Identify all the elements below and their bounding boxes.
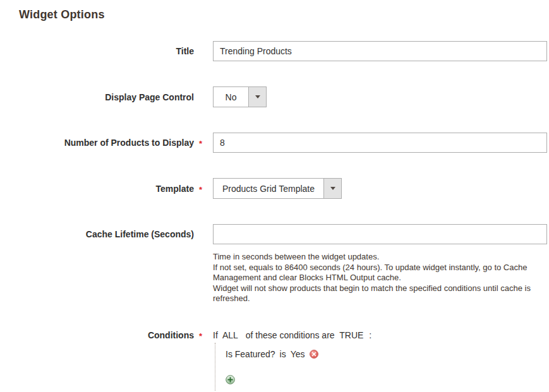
add-condition-button[interactable] — [226, 375, 235, 384]
field-row-template: Template * Products Grid Template — [19, 178, 528, 199]
conditions-label: Conditions * — [19, 330, 194, 341]
title-label: Title — [19, 45, 194, 57]
conditions-middle-text: of these conditions are — [246, 330, 335, 340]
title-input[interactable] — [213, 41, 547, 61]
chevron-down-icon — [330, 187, 335, 190]
conditions-aggregator-toggle[interactable]: ALL — [222, 330, 238, 340]
note-line: Widget will not show products that begin… — [213, 283, 540, 304]
widget-options-panel: Widget Options Title Display Page Contro… — [0, 0, 549, 391]
condition-rule-row: Is Featured? is Yes — [226, 348, 528, 360]
add-condition-icon — [226, 375, 235, 384]
template-select[interactable]: Products Grid Template — [213, 178, 342, 199]
template-selected-value: Products Grid Template — [214, 179, 323, 198]
chevron-down-icon — [255, 95, 260, 98]
remove-condition-button[interactable] — [310, 350, 318, 359]
products-count-input[interactable] — [213, 133, 547, 153]
field-row-display-page-control: Display Page Control No — [19, 86, 528, 107]
conditions-if-text: If — [213, 330, 218, 340]
condition-operator[interactable]: is — [280, 348, 286, 360]
display-page-control-label: Display Page Control — [19, 92, 194, 103]
display-page-control-select[interactable]: No — [213, 86, 267, 107]
required-asterisk: * — [199, 138, 202, 150]
conditions-root-rule: If ALL of these conditions are TRUE : — [213, 330, 528, 342]
products-count-label: Number of Products to Display * — [19, 137, 194, 148]
field-row-conditions: Conditions * If ALL of these conditions … — [19, 330, 528, 391]
conditions-tree: If ALL of these conditions are TRUE : Is… — [213, 330, 528, 391]
template-dropdown-button[interactable] — [323, 179, 341, 198]
conditions-colon: : — [369, 330, 371, 340]
cache-lifetime-input[interactable] — [213, 224, 547, 244]
required-asterisk: * — [199, 184, 202, 196]
cache-lifetime-label: Cache Lifetime (Seconds) — [19, 224, 194, 240]
display-page-control-dropdown-button[interactable] — [248, 87, 266, 107]
field-row-title: Title — [19, 41, 528, 61]
required-asterisk: * — [199, 331, 202, 342]
conditions-value-toggle[interactable]: TRUE — [339, 330, 363, 340]
condition-value[interactable]: Yes — [291, 348, 305, 360]
template-label: Template * — [19, 183, 194, 194]
note-line: Time in seconds between the widget updat… — [213, 252, 540, 263]
note-line: If not set, equals to 86400 seconds (24 … — [213, 263, 540, 283]
display-page-control-selected-value: No — [214, 87, 248, 107]
conditions-children: Is Featured? is Yes — [215, 343, 528, 391]
condition-attribute: Is Featured? — [226, 348, 275, 360]
field-row-products-count: Number of Products to Display * — [19, 133, 528, 153]
page-title: Widget Options — [19, 8, 528, 21]
cache-lifetime-note: Time in seconds between the widget updat… — [213, 252, 540, 304]
field-row-cache-lifetime: Cache Lifetime (Seconds) Time in seconds… — [19, 224, 528, 304]
remove-condition-icon — [310, 350, 318, 359]
